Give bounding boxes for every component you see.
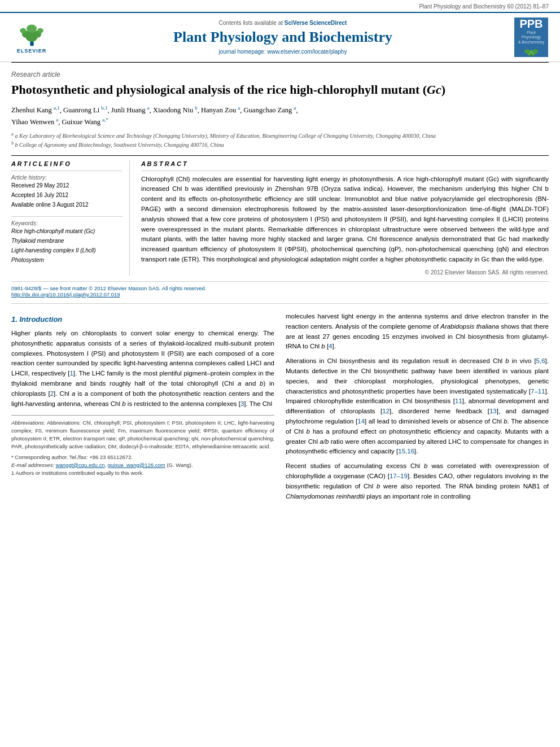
footnote-section: Abbreviations: Abbreviations: Chl, chlor…	[11, 415, 274, 478]
doi-link[interactable]: http://dx.doi.org/10.1016/j.plaphy.2012.…	[11, 291, 120, 298]
ppb-plant-icon	[523, 46, 540, 56]
sciverse-prefix: Contents lists available at	[219, 20, 283, 26]
abstract-col: A B S T R A C T Chlorophyll (Chl) molecu…	[141, 160, 549, 276]
intro-para1: Higher plants rely on chloroplasts to co…	[11, 329, 274, 409]
keywords-label: Keywords:	[11, 220, 123, 226]
svg-point-4	[20, 28, 26, 33]
article-content: Research article Photosynthetic and phys…	[0, 63, 560, 303]
received-date: Received 29 May 2012	[11, 181, 123, 190]
two-col-section: A R T I C L E I N F O Article history: R…	[11, 155, 549, 276]
svg-point-9	[532, 49, 538, 54]
email-extra: (G. Wang).	[167, 462, 193, 468]
abstract-title: A B S T R A C T	[141, 160, 549, 167]
article-type-label: Research article	[11, 71, 549, 78]
journal-title: Plant Physiology and Biochemistry	[173, 28, 392, 46]
accepted-date: Accepted 16 July 2012	[11, 190, 123, 200]
elsevier-tree-icon	[16, 21, 47, 47]
svg-point-8	[524, 49, 530, 54]
journal-center: Contents lists available at SciVerse Sci…	[60, 18, 506, 57]
abbrev-text: Abbreviations: Chl, chlorophyll; PSI, ph…	[11, 420, 274, 450]
intro-heading: 1. Introduction	[11, 314, 274, 325]
sciverse-line: Contents lists available at SciVerse Sci…	[219, 20, 347, 26]
body-col-right: molecules harvest light energy in the an…	[286, 312, 549, 506]
keyword-1: Rice high-chlorophyll mutant (Gc)	[11, 226, 123, 236]
footnote-equal-contrib: 1 Authors or institutions contributed eq…	[11, 469, 274, 477]
keyword-2: Thylakoid membrane	[11, 236, 123, 246]
article-info-title: A R T I C L E I N F O	[11, 160, 123, 167]
page-wrapper: Plant Physiology and Biochemistry 60 (20…	[0, 0, 560, 747]
available-date: Available online 3 August 2012	[11, 200, 123, 209]
issn-line: 0981-9428/$ — see front matter © 2012 El…	[11, 285, 549, 291]
ppb-text: PPB	[519, 18, 542, 29]
ppb-box: PPB PlantPhysiology& Biochemistry	[514, 18, 548, 57]
issn-text: 0981-9428/$ — see front matter © 2012 El…	[11, 285, 206, 291]
homepage-url[interactable]: www.elsevier.com/locate/plaphy	[267, 49, 347, 55]
affiliations: a a Key Laboratory of Biorheological Sci…	[11, 131, 549, 150]
abstract-paragraph: Chlorophyll (Chl) molecules are essentia…	[141, 174, 549, 265]
email-label: E-mail addresses:	[11, 462, 54, 468]
ppb-logo: PPB PlantPhysiology& Biochemistry	[511, 18, 551, 57]
elsevier-label-text: ELSEVIER	[17, 48, 47, 54]
affil-a: a Key Laboratory of Biorheological Scien…	[15, 133, 436, 139]
equal-contrib-text: 1 Authors or institutions contributed eq…	[11, 470, 143, 476]
body-section: 1. Introduction Higher plants rely on ch…	[0, 304, 560, 512]
svg-rect-10	[530, 54, 532, 56]
email1-link[interactable]: wanggt@cqu.edu.cn	[56, 462, 105, 468]
copyright-line: © 2012 Elsevier Masson SAS. All rights r…	[141, 269, 549, 276]
corresponding-text: * Corresponding author. Tel./fax: +86 23…	[11, 454, 133, 460]
article-title: Photosynthetic and physiological analysi…	[11, 82, 549, 98]
keywords-section: Keywords: Rice high-chlorophyll mutant (…	[11, 216, 123, 265]
ppb-subtext: PlantPhysiology& Biochemistry	[518, 30, 545, 45]
article-info-col: A R T I C L E I N F O Article history: R…	[11, 160, 130, 276]
footnote-corresponding: * Corresponding author. Tel./fax: +86 23…	[11, 453, 274, 461]
svg-point-6	[27, 24, 37, 32]
keyword-3: Light-harvesting complex II (Lhcll)	[11, 246, 123, 255]
sciverse-link[interactable]: SciVerse ScienceDirect	[285, 20, 347, 26]
homepage-label: journal homepage:	[219, 49, 266, 55]
intro-para2: molecules harvest light energy in the an…	[286, 312, 549, 352]
authors-line: Zhenhui Kang a,1, Guanrong Li b,1, Junli…	[11, 104, 549, 128]
doi-line: http://dx.doi.org/10.1016/j.plaphy.2012.…	[11, 291, 549, 298]
elsevier-logo: ELSEVIER	[9, 18, 54, 57]
svg-point-5	[37, 28, 43, 33]
history-label: Article history:	[11, 174, 123, 181]
abstract-text: Chlorophyll (Chl) molecules are essentia…	[141, 174, 549, 265]
journal-topbar: Plant Physiology and Biochemistry 60 (20…	[0, 0, 560, 12]
journal-header: ELSEVIER Contents lists available at Sci…	[0, 12, 560, 62]
email2-link[interactable]: guixue_wang@126.com	[108, 462, 165, 468]
journal-info-text: Plant Physiology and Biochemistry 60 (20…	[419, 3, 549, 10]
intro-para3: Alterations in Chl biosynthesis and its …	[286, 356, 549, 457]
footnote-abbreviations: Abbreviations: Abbreviations: Chl, chlor…	[11, 419, 274, 451]
article-footer: 0981-9428/$ — see front matter © 2012 El…	[11, 281, 549, 298]
footnote-email: E-mail addresses: wanggt@cqu.edu.cn, gui…	[11, 461, 274, 469]
body-col-left: 1. Introduction Higher plants rely on ch…	[11, 312, 274, 506]
intro-para4: Recent studies of accumulating excess Ch…	[286, 461, 549, 501]
keyword-4: Photosystem	[11, 255, 123, 265]
journal-homepage: journal homepage: www.elsevier.com/locat…	[219, 49, 347, 55]
affil-b: b College of Agronomy and Biotechnology,…	[15, 142, 224, 148]
